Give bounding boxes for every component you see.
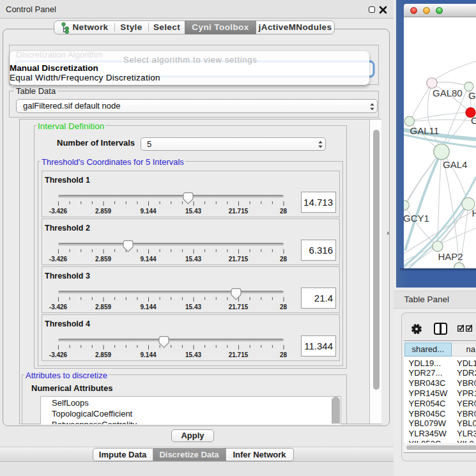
svg-text:C: C xyxy=(471,115,476,126)
svg-text:GA: GA xyxy=(468,90,476,101)
svg-text:GAL80: GAL80 xyxy=(433,88,463,98)
svg-text:H: H xyxy=(472,208,476,219)
svg-text:GAL4: GAL4 xyxy=(443,159,467,170)
svg-text:GCY1: GCY1 xyxy=(404,213,429,224)
svg-text:GAL11: GAL11 xyxy=(410,125,440,136)
svg-text:HAP2: HAP2 xyxy=(438,251,463,262)
